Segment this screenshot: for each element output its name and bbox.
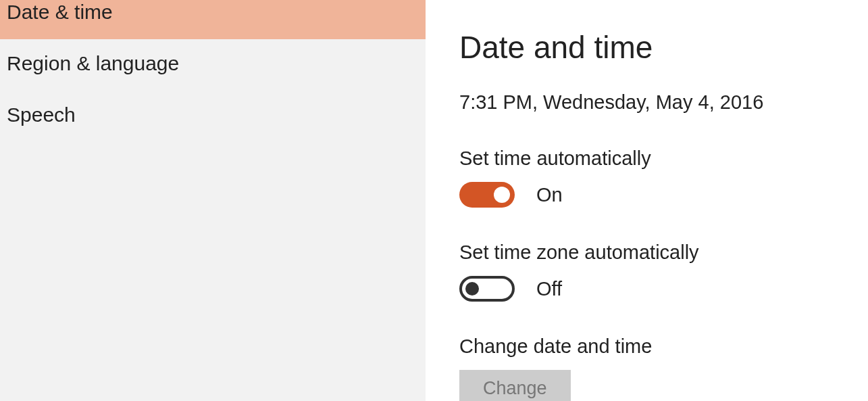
main-panel: Date and time 7:31 PM, Wednesday, May 4,…	[426, 0, 868, 401]
change-section: Change date and time Change	[459, 335, 834, 401]
sidebar: Date & time Region & language Speech	[0, 0, 426, 401]
set-timezone-auto-label: Set time zone automatically	[459, 241, 834, 264]
set-timezone-auto-row: Off	[459, 276, 834, 302]
set-time-auto-row: On	[459, 182, 834, 208]
current-datetime: 7:31 PM, Wednesday, May 4, 2016	[459, 91, 834, 114]
change-date-time-label: Change date and time	[459, 335, 834, 358]
change-button[interactable]: Change	[459, 370, 571, 401]
toggle-knob-icon	[494, 187, 510, 203]
set-timezone-auto-state: Off	[536, 278, 562, 300]
sidebar-item-date-time[interactable]: Date & time	[0, 0, 426, 39]
page-title: Date and time	[459, 29, 834, 66]
set-time-auto-state: On	[536, 184, 563, 206]
sidebar-item-speech[interactable]: Speech	[0, 91, 426, 142]
set-time-auto-toggle[interactable]	[459, 182, 515, 208]
set-timezone-auto-toggle[interactable]	[459, 276, 515, 302]
sidebar-item-region-language[interactable]: Region & language	[0, 39, 426, 91]
set-time-auto-label: Set time automatically	[459, 147, 834, 170]
toggle-knob-icon	[465, 282, 479, 296]
